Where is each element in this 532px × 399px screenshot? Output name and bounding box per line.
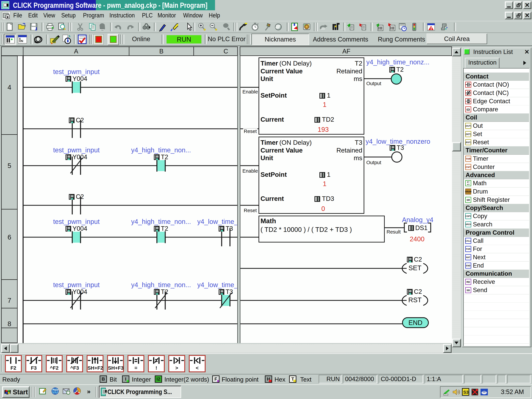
svg-text:S3: S3	[463, 390, 469, 395]
